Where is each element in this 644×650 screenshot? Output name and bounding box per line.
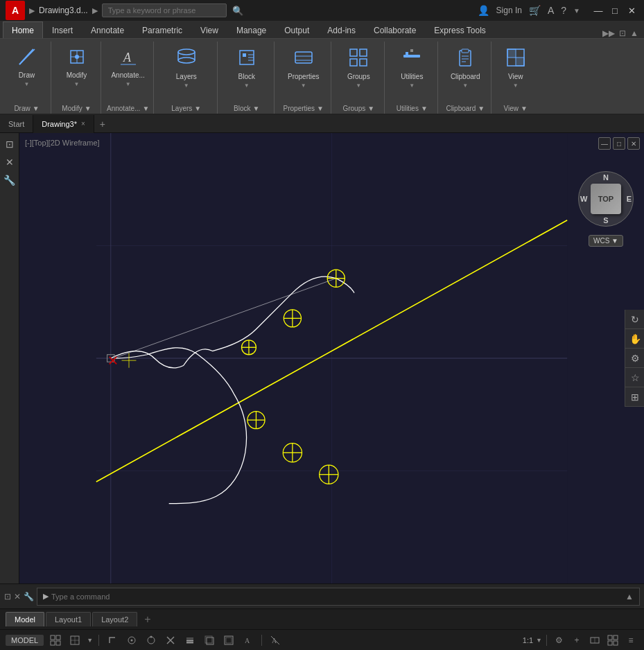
transparency-button[interactable] [202, 633, 217, 648]
help-arrow[interactable]: ▼ [573, 7, 580, 15]
tool-wrench[interactable]: 🔧 [1, 172, 18, 188]
tool-close[interactable]: ✕ [1, 154, 18, 170]
viewport[interactable]: [-][Top][2D Wireframe] — □ ✕ [19, 133, 644, 583]
maximize-button[interactable]: □ [608, 3, 622, 17]
tab-insert[interactable]: Insert [43, 21, 82, 38]
modify-button[interactable]: Modify ▼ [62, 44, 92, 89]
add-scale-button[interactable]: + [569, 633, 584, 648]
otrack-button[interactable] [163, 633, 178, 648]
layout-tab-layout1[interactable]: Layout1 [46, 612, 91, 626]
search-input[interactable] [102, 3, 227, 17]
cmd-icon1[interactable]: ⊡ [4, 592, 11, 601]
layers-group-arrow[interactable]: ▼ [194, 105, 201, 112]
layers-button[interactable]: Layers ▼ [171, 44, 202, 91]
block-group-arrow[interactable]: ▼ [253, 105, 260, 112]
tab-manage[interactable]: Manage [227, 21, 275, 38]
doc-tab-start[interactable]: Start [0, 115, 33, 133]
layout-view-button[interactable]: ⊞ [625, 387, 644, 407]
model-label[interactable]: MODEL [6, 635, 44, 646]
view-button[interactable]: View ▼ [501, 44, 531, 91]
annotation-visibility-button[interactable]: A [268, 633, 283, 648]
3d-button[interactable]: ☆ [625, 368, 644, 387]
navcube-top-button[interactable]: TOP [591, 184, 621, 214]
tab-parametric[interactable]: Parametric [133, 21, 191, 38]
layout-tab-model[interactable]: Model [6, 612, 44, 626]
navcube-circle[interactable]: N S E W TOP [578, 171, 634, 227]
wcs-button[interactable]: WCS ▼ [589, 235, 623, 247]
tab-home[interactable]: Home [3, 21, 43, 38]
doc-tab-drawing3[interactable]: Drawing3* × [33, 115, 94, 133]
viewport-close-button[interactable]: ✕ [627, 137, 640, 150]
minimize-button[interactable]: — [591, 3, 605, 17]
ribbon-expand-icon[interactable]: ▶▶ [602, 28, 615, 38]
cmd-icon2[interactable]: ✕ [14, 592, 21, 601]
layout-tab-add[interactable]: + [139, 611, 156, 628]
select-cycling-button[interactable] [221, 633, 236, 648]
tool-unknown1[interactable]: ⊡ [1, 136, 18, 152]
utilities-group-arrow[interactable]: ▼ [421, 105, 428, 112]
view-group-arrow[interactable]: ▼ [521, 105, 528, 112]
clipboard-button[interactable]: Clipboard ▼ [448, 44, 483, 91]
block-icon [236, 46, 258, 71]
cmd-input[interactable] [51, 592, 623, 601]
properties-group-arrow[interactable]: ▼ [317, 105, 324, 112]
zoom-button[interactable]: ⚙ [625, 349, 644, 368]
annotation-scale-button[interactable]: A [241, 633, 256, 648]
annotate-group-arrow[interactable]: ▼ [142, 105, 149, 112]
app-logo[interactable]: A [6, 1, 25, 20]
autodesk-icon[interactable]: A [548, 5, 554, 16]
block-button[interactable]: Block ▼ [232, 44, 262, 91]
groups-group-arrow[interactable]: ▼ [367, 105, 374, 112]
modify-group-arrow[interactable]: ▼ [85, 105, 92, 112]
tab-output[interactable]: Output [275, 21, 318, 38]
close-button[interactable]: ✕ [625, 3, 638, 17]
utilities-button[interactable]: Utilities ▼ [397, 44, 427, 91]
view-group-label: View ▼ [504, 105, 528, 112]
snap-arrow[interactable]: ▼ [87, 637, 93, 644]
tab-addins[interactable]: Add-ins [318, 21, 365, 38]
annotate-button[interactable]: A Annotate... ▼ [108, 44, 147, 89]
viewport-minimize-button[interactable]: — [598, 137, 611, 150]
viewport-scale-button[interactable] [587, 633, 602, 648]
block-group-label: Block ▼ [234, 105, 259, 112]
properties-button[interactable]: Properties ▼ [285, 44, 322, 91]
layout-tab-layout2[interactable]: Layout2 [92, 612, 137, 626]
view-objects-button[interactable] [605, 633, 620, 648]
grid-button[interactable] [48, 633, 63, 648]
ribbon-panel-icon[interactable]: ⊡ [619, 28, 626, 38]
svg-point-77 [150, 635, 153, 638]
doc-tab-add[interactable]: + [94, 116, 111, 132]
cmd-icon3[interactable]: 🔧 [24, 592, 34, 601]
viewport-maximize-button[interactable]: □ [613, 137, 625, 150]
groups-button[interactable]: Groups ▼ [343, 44, 374, 91]
scale-arrow[interactable]: ▼ [536, 637, 542, 644]
statusbar-right: 1:1 ▼ ⚙ + ≡ [523, 633, 638, 648]
draw-group-arrow[interactable]: ▼ [33, 105, 40, 112]
ribbon-group-view: View ▼ View ▼ [493, 42, 538, 114]
cmd-expand-arrow[interactable]: ▲ [625, 592, 634, 601]
ortho-button[interactable] [105, 633, 120, 648]
orbit-button[interactable]: ↻ [625, 310, 644, 329]
tab-view[interactable]: View [191, 21, 227, 38]
cart-icon[interactable]: 🛒 [529, 5, 541, 16]
polar-button[interactable] [124, 633, 139, 648]
properties-group-label: Properties ▼ [284, 105, 324, 112]
sign-in-label[interactable]: Sign In [496, 6, 522, 15]
cmd-input-wrap[interactable]: ▶ ▲ [37, 588, 640, 606]
clipboard-group-arrow[interactable]: ▼ [478, 105, 485, 112]
help-icon[interactable]: ? [561, 5, 566, 16]
tab-collaborate[interactable]: Collaborate [365, 21, 425, 38]
lwt-button[interactable] [182, 633, 198, 648]
view-icon [505, 46, 527, 71]
tab-expresstools[interactable]: Express Tools [425, 21, 494, 38]
osnap-button[interactable] [143, 633, 159, 648]
ribbon-minimize-arrow[interactable]: ▲ [630, 28, 638, 38]
snap-button[interactable] [67, 633, 82, 648]
settings-button[interactable]: ⚙ [551, 633, 566, 648]
tab-annotate[interactable]: Annotate [82, 21, 133, 38]
draw-button[interactable]: Draw ▼ [12, 44, 42, 89]
pan-button[interactable]: ✋ [625, 329, 644, 349]
doc-tab-close[interactable]: × [81, 120, 85, 128]
menu-button[interactable]: ≡ [623, 633, 638, 648]
search-icon[interactable]: 🔍 [232, 6, 243, 16]
